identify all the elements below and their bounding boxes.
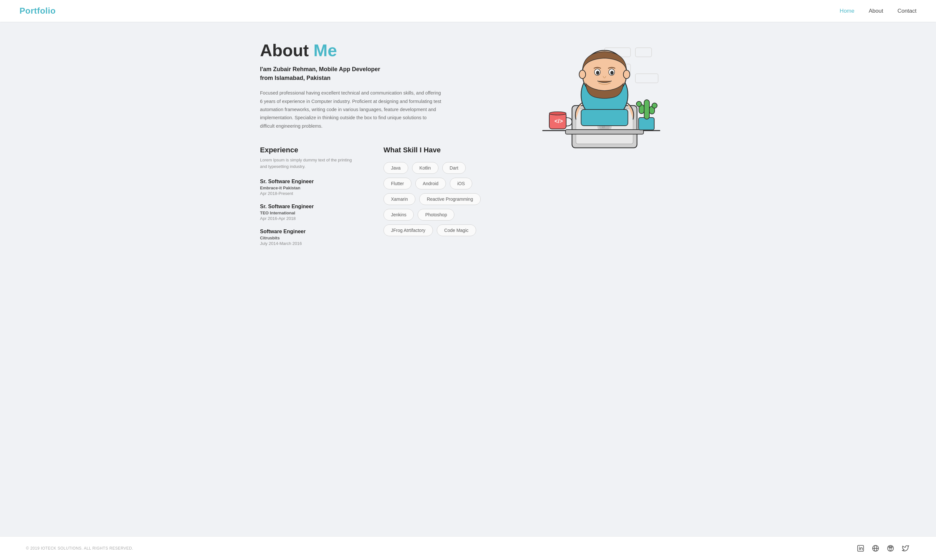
exp-company-3: Citrusbits (260, 235, 358, 240)
exp-company-1: Embrace-it Pakistan (260, 186, 358, 190)
svg-point-26 (611, 71, 614, 75)
logo[interactable]: Portfolio (20, 6, 56, 16)
navbar: Portfolio Home About Contact (0, 0, 936, 22)
hero-left: About Me I'am Zubair Rehman, Mobile App … (260, 41, 494, 254)
exp-job-title-3: Software Engineer (260, 229, 358, 234)
globe-icon[interactable] (871, 544, 880, 553)
about-title: About Me (260, 41, 494, 60)
svg-point-25 (596, 71, 599, 75)
exp-company-2: TEO International (260, 211, 358, 215)
exp-item-2: Sr. Software Engineer TEO International … (260, 204, 358, 221)
svg-rect-21 (581, 109, 628, 126)
exp-dates-3: July 2014-March 2016 (260, 241, 358, 246)
skills-heading: What Skill I Have (384, 146, 494, 154)
skill-tag: Xamarin (384, 193, 415, 205)
svg-rect-17 (636, 102, 641, 106)
svg-rect-3 (635, 74, 658, 83)
svg-point-7 (549, 112, 566, 115)
skill-tag: Code Magic (437, 225, 476, 236)
nav-item-contact[interactable]: Contact (897, 8, 916, 14)
skill-tag: Reactive Programming (419, 193, 480, 205)
developer-illustration: </> ⌀ (523, 35, 673, 152)
skill-tag: Dart (442, 162, 466, 174)
footer-social-icons (856, 544, 910, 553)
svg-rect-1 (635, 48, 652, 57)
nav-links: Home About Contact (840, 8, 916, 14)
experience-heading: Experience (260, 146, 358, 154)
svg-text:</>: </> (554, 118, 563, 125)
lower-section: Experience Lorem Ipsum is simply dummy t… (260, 146, 494, 254)
skill-tag: JFrog Atrtifactory (384, 225, 433, 236)
about-title-highlight: Me (314, 41, 337, 60)
skill-tag: Android (415, 178, 446, 189)
main-content: About Me I'am Zubair Rehman, Mobile App … (234, 22, 702, 536)
skill-tag: iOS (450, 178, 472, 189)
experience-subtext: Lorem Ipsum is simply dummy text of the … (260, 157, 358, 169)
hero-description: Focused professional having excellent te… (260, 89, 442, 130)
skill-tag: Java (384, 162, 408, 174)
nav-item-about[interactable]: About (869, 8, 883, 14)
skill-tag: Photoshop (418, 209, 454, 220)
skill-tag: Flutter (384, 178, 412, 189)
nav-link-contact[interactable]: Contact (897, 8, 916, 14)
svg-point-37 (889, 547, 890, 548)
hero-section: About Me I'am Zubair Rehman, Mobile App … (260, 41, 676, 254)
exp-dates-1: Apr 2018-Present (260, 191, 358, 196)
nav-link-home[interactable]: Home (840, 8, 854, 14)
logo-highlight: o (50, 6, 56, 15)
svg-point-28 (623, 70, 630, 78)
exp-job-title-2: Sr. Software Engineer (260, 204, 358, 209)
svg-point-38 (891, 547, 892, 548)
about-title-plain: About (260, 41, 314, 60)
exp-job-title-1: Sr. Software Engineer (260, 178, 358, 185)
nav-item-home[interactable]: Home (840, 8, 854, 14)
nav-link-about[interactable]: About (869, 8, 883, 14)
hero-illustration: </> ⌀ (520, 35, 676, 152)
exp-dates-2: Apr 2016-Apr 2018 (260, 216, 358, 221)
footer: © 2019 IOTECK SOLUTIONS. ALL RIGHTS RESE… (0, 536, 936, 560)
logo-text: Portfoli (20, 6, 50, 15)
exp-item-3: Software Engineer Citrusbits July 2014-M… (260, 229, 358, 246)
svg-rect-13 (566, 129, 643, 134)
hero-subtitle: I'am Zubair Rehman, Mobile App Developer… (260, 65, 494, 83)
linkedin-icon[interactable] (856, 544, 865, 553)
skills-grid: JavaKotlinDartFlutterAndroidiOSXamarinRe… (384, 162, 494, 236)
svg-rect-15 (644, 100, 649, 119)
footer-copyright: © 2019 IOTECK SOLUTIONS. ALL RIGHTS RESE… (26, 546, 133, 551)
skill-tag: Jenkins (384, 209, 414, 220)
experience-column: Experience Lorem Ipsum is simply dummy t… (260, 146, 358, 254)
skill-tag: Kotlin (412, 162, 438, 174)
github-icon[interactable] (886, 544, 895, 553)
twitter-icon[interactable] (901, 544, 910, 553)
svg-point-27 (579, 70, 586, 78)
skills-column: What Skill I Have JavaKotlinDartFlutterA… (384, 146, 494, 254)
exp-item-1: Sr. Software Engineer Embrace-it Pakista… (260, 178, 358, 196)
svg-rect-19 (652, 103, 657, 108)
